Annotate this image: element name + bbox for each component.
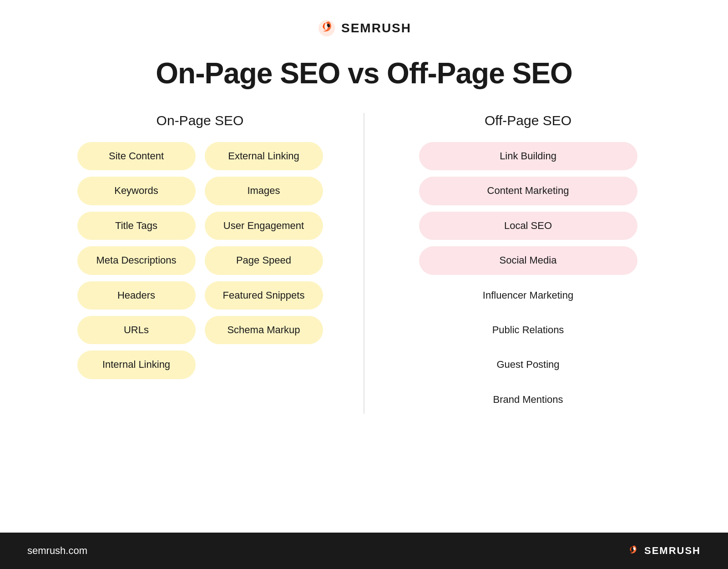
off-page-list-item: Link Building [419, 142, 637, 170]
on-page-col2-item: User Engagement [205, 212, 323, 240]
on-page-col2-item: External Linking [205, 142, 323, 170]
on-page-col1-item: Internal Linking [77, 351, 196, 379]
footer-url: semrush.com [27, 545, 87, 557]
on-page-col2-item: Featured Snippets [205, 281, 323, 310]
on-page-col1-item: Keywords [77, 177, 196, 205]
off-page-list-item: Content Marketing [419, 177, 637, 205]
on-page-col1-item: URLs [77, 316, 196, 344]
off-page-list-item: Influencer Marketing [419, 281, 637, 310]
on-page-col2: External LinkingImagesUser EngagementPag… [205, 142, 323, 379]
on-page-col1-item: Title Tags [77, 212, 196, 240]
off-page-column-header: Off-Page SEO [485, 113, 571, 128]
on-page-col2-item: Schema Markup [205, 316, 323, 344]
off-page-list-item: Guest Posting [419, 351, 637, 379]
off-page-list-item: Social Media [419, 246, 637, 274]
logo-area: SEMRUSH [317, 18, 411, 38]
on-page-col2-item: Images [205, 177, 323, 205]
columns-wrapper: On-Page SEO Site ContentKeywordsTitle Ta… [46, 113, 682, 414]
on-page-col1-item: Site Content [77, 142, 196, 170]
column-divider [364, 113, 364, 414]
on-page-column: On-Page SEO Site ContentKeywordsTitle Ta… [46, 113, 354, 414]
footer: semrush.com SEMRUSH [0, 533, 728, 569]
on-page-col1-item: Headers [77, 281, 196, 310]
semrush-logo-icon [317, 18, 337, 38]
on-page-column-header: On-Page SEO [157, 113, 244, 128]
off-page-list-item: Brand Mentions [419, 386, 637, 414]
on-page-col1: Site ContentKeywordsTitle TagsMeta Descr… [77, 142, 196, 379]
off-page-list-item: Local SEO [419, 212, 637, 240]
page-title: On-Page SEO vs Off-Page SEO [156, 56, 572, 90]
logo-text: SEMRUSH [341, 21, 411, 36]
off-page-list-item: Public Relations [419, 316, 637, 344]
on-page-inner: Site ContentKeywordsTitle TagsMeta Descr… [46, 142, 354, 379]
footer-logo-text: SEMRUSH [644, 545, 701, 557]
on-page-col1-item: Meta Descriptions [77, 246, 196, 274]
off-page-column: Off-Page SEO Link BuildingContent Market… [374, 113, 682, 414]
off-page-list: Link BuildingContent MarketingLocal SEOS… [374, 142, 682, 414]
on-page-col2-item: Page Speed [205, 246, 323, 274]
footer-logo: SEMRUSH [625, 543, 701, 559]
footer-logo-icon [625, 543, 641, 559]
